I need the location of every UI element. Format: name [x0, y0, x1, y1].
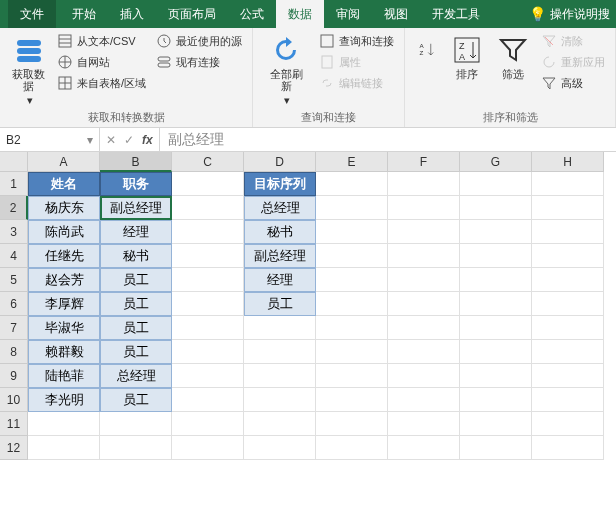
- row-header-2[interactable]: 2: [0, 196, 28, 220]
- cell-C7[interactable]: [172, 316, 244, 340]
- cell-D7[interactable]: [244, 316, 316, 340]
- cell-D4[interactable]: 副总经理: [244, 244, 316, 268]
- col-header-D[interactable]: D: [244, 152, 316, 172]
- cell-H6[interactable]: [532, 292, 604, 316]
- cell-H8[interactable]: [532, 340, 604, 364]
- row-header-8[interactable]: 8: [0, 340, 28, 364]
- row-header-9[interactable]: 9: [0, 364, 28, 388]
- col-header-B[interactable]: B: [100, 152, 172, 172]
- cell-F1[interactable]: [388, 172, 460, 196]
- tab-insert[interactable]: 插入: [108, 0, 156, 28]
- cell-B5[interactable]: 员工: [100, 268, 172, 292]
- cell-A2[interactable]: 杨庆东: [28, 196, 100, 220]
- cell-B6[interactable]: 员工: [100, 292, 172, 316]
- cell-D6[interactable]: 员工: [244, 292, 316, 316]
- tab-review[interactable]: 审阅: [324, 0, 372, 28]
- cell-B8[interactable]: 员工: [100, 340, 172, 364]
- cell-H2[interactable]: [532, 196, 604, 220]
- cell-E4[interactable]: [316, 244, 388, 268]
- cell-B3[interactable]: 经理: [100, 220, 172, 244]
- cell-A10[interactable]: 李光明: [28, 388, 100, 412]
- existing-conn-button[interactable]: 现有连接: [154, 53, 244, 71]
- cell-F7[interactable]: [388, 316, 460, 340]
- select-all-corner[interactable]: [0, 152, 28, 172]
- cell-C11[interactable]: [172, 412, 244, 436]
- cell-F8[interactable]: [388, 340, 460, 364]
- cell-A12[interactable]: [28, 436, 100, 460]
- cell-G2[interactable]: [460, 196, 532, 220]
- tab-layout[interactable]: 页面布局: [156, 0, 228, 28]
- cell-B10[interactable]: 员工: [100, 388, 172, 412]
- cell-B1[interactable]: 职务: [100, 172, 172, 196]
- cell-G7[interactable]: [460, 316, 532, 340]
- filter-button[interactable]: 筛选: [493, 32, 533, 82]
- cell-D3[interactable]: 秘书: [244, 220, 316, 244]
- cell-D12[interactable]: [244, 436, 316, 460]
- cell-D8[interactable]: [244, 340, 316, 364]
- queries-conn-button[interactable]: 查询和连接: [317, 32, 396, 50]
- cell-B12[interactable]: [100, 436, 172, 460]
- get-data-button[interactable]: 获取数 据 ▾: [8, 32, 49, 108]
- cell-E6[interactable]: [316, 292, 388, 316]
- row-header-11[interactable]: 11: [0, 412, 28, 436]
- cell-E5[interactable]: [316, 268, 388, 292]
- cell-A11[interactable]: [28, 412, 100, 436]
- row-header-1[interactable]: 1: [0, 172, 28, 196]
- tab-formulas[interactable]: 公式: [228, 0, 276, 28]
- sort-az-button[interactable]: AZ: [413, 32, 441, 68]
- cell-G8[interactable]: [460, 340, 532, 364]
- tab-data[interactable]: 数据: [276, 0, 324, 28]
- cell-H11[interactable]: [532, 412, 604, 436]
- cell-E8[interactable]: [316, 340, 388, 364]
- col-header-F[interactable]: F: [388, 152, 460, 172]
- cell-G6[interactable]: [460, 292, 532, 316]
- cell-F10[interactable]: [388, 388, 460, 412]
- cell-B2[interactable]: 副总经理: [100, 196, 172, 220]
- tab-home[interactable]: 开始: [60, 0, 108, 28]
- advanced-filter-button[interactable]: 高级: [539, 74, 607, 92]
- recent-sources-button[interactable]: 最近使用的源: [154, 32, 244, 50]
- cell-H3[interactable]: [532, 220, 604, 244]
- cell-F5[interactable]: [388, 268, 460, 292]
- cell-C3[interactable]: [172, 220, 244, 244]
- row-header-6[interactable]: 6: [0, 292, 28, 316]
- cell-F9[interactable]: [388, 364, 460, 388]
- cell-G5[interactable]: [460, 268, 532, 292]
- cell-F3[interactable]: [388, 220, 460, 244]
- sort-button[interactable]: ZA 排序: [447, 32, 487, 82]
- cell-A4[interactable]: 任继先: [28, 244, 100, 268]
- cell-A8[interactable]: 赖群毅: [28, 340, 100, 364]
- col-header-E[interactable]: E: [316, 152, 388, 172]
- cell-C6[interactable]: [172, 292, 244, 316]
- cell-F4[interactable]: [388, 244, 460, 268]
- name-box-dropdown-icon[interactable]: ▾: [87, 133, 93, 147]
- col-header-A[interactable]: A: [28, 152, 100, 172]
- cell-D11[interactable]: [244, 412, 316, 436]
- refresh-all-button[interactable]: 全部刷新 ▾: [261, 32, 311, 108]
- cell-C1[interactable]: [172, 172, 244, 196]
- cell-B4[interactable]: 秘书: [100, 244, 172, 268]
- cell-E3[interactable]: [316, 220, 388, 244]
- tab-file[interactable]: 文件: [8, 0, 56, 28]
- cell-H9[interactable]: [532, 364, 604, 388]
- cell-G4[interactable]: [460, 244, 532, 268]
- row-header-3[interactable]: 3: [0, 220, 28, 244]
- cell-A7[interactable]: 毕淑华: [28, 316, 100, 340]
- cell-B9[interactable]: 总经理: [100, 364, 172, 388]
- cell-A3[interactable]: 陈尚武: [28, 220, 100, 244]
- cell-A5[interactable]: 赵会芳: [28, 268, 100, 292]
- cell-F11[interactable]: [388, 412, 460, 436]
- row-header-4[interactable]: 4: [0, 244, 28, 268]
- spreadsheet-grid[interactable]: ABCDEFGH 123456789101112 姓名职务目标序列杨庆东副总经理…: [0, 152, 616, 527]
- cell-G3[interactable]: [460, 220, 532, 244]
- row-header-5[interactable]: 5: [0, 268, 28, 292]
- fx-icon[interactable]: fx: [142, 133, 153, 147]
- tab-dev[interactable]: 开发工具: [420, 0, 492, 28]
- cell-C9[interactable]: [172, 364, 244, 388]
- cell-G12[interactable]: [460, 436, 532, 460]
- cell-H5[interactable]: [532, 268, 604, 292]
- cell-A1[interactable]: 姓名: [28, 172, 100, 196]
- row-header-7[interactable]: 7: [0, 316, 28, 340]
- cell-E12[interactable]: [316, 436, 388, 460]
- cell-C12[interactable]: [172, 436, 244, 460]
